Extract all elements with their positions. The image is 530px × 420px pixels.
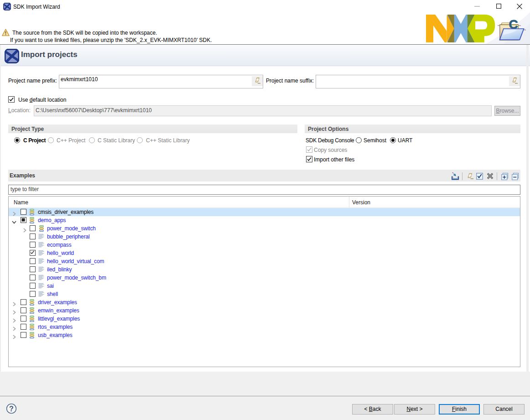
svg-text:?: ? — [9, 405, 14, 413]
